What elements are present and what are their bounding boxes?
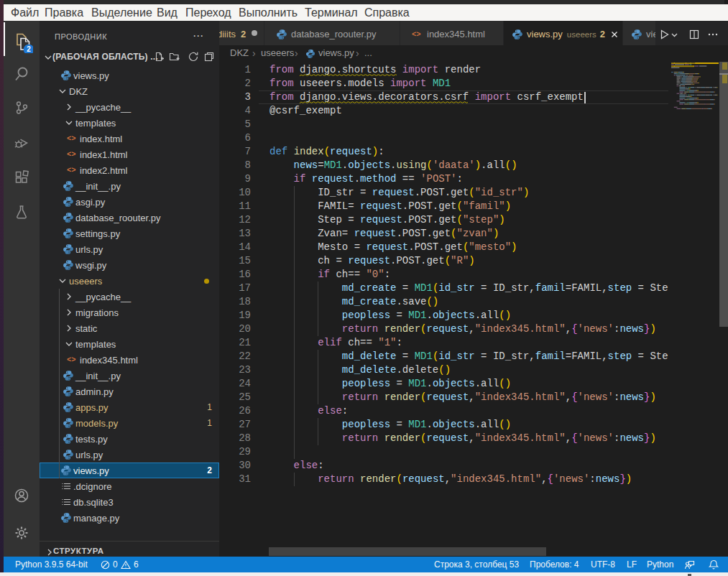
svg-text:2: 2 <box>27 45 31 53</box>
